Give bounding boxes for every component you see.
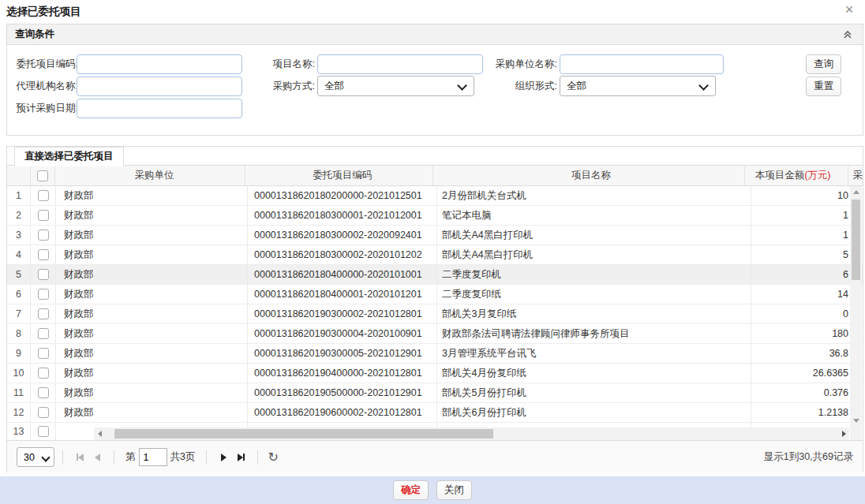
cell-amount: 180 — [751, 324, 856, 343]
table-row[interactable]: 5 财政部 00001318620180400000-2020101001 二季… — [7, 265, 863, 285]
row-number: 7 — [7, 304, 31, 323]
cell-entrust-code: 00001318620180400001-2020101201 — [248, 285, 437, 304]
row-checkbox[interactable] — [38, 348, 49, 359]
row-checkbox[interactable] — [38, 387, 49, 398]
purchase-unit-input[interactable] — [560, 54, 724, 74]
row-checkbox[interactable] — [38, 328, 49, 339]
table-row[interactable]: 3 财政部 00001318620180300002-2020092401 部机… — [7, 226, 863, 245]
table-row[interactable]: 7 财政部 00001318620190300002-2021012801 部机… — [7, 304, 863, 324]
table-row[interactable]: 6 财政部 00001318620180400001-2020101201 二季… — [7, 285, 863, 304]
cell-entrust-code: 00001318620190300005-2021012901 — [248, 344, 437, 363]
row-checkbox-cell — [31, 265, 56, 284]
expected-date-input[interactable] — [77, 99, 242, 118]
cell-entrust-code: 00001318620190500000-2021012901 — [248, 383, 437, 402]
cell-entrust-code: 00001318620180200000-2021012501 — [248, 186, 437, 205]
cell-purchase-unit: 财政部 — [56, 186, 248, 205]
row-checkbox-cell — [31, 423, 56, 440]
row-checkbox[interactable] — [38, 210, 49, 221]
table-row[interactable]: 12 财政部 00001318620190600002-2021012801 部… — [7, 403, 863, 423]
vertical-scroll-thumb[interactable] — [852, 200, 860, 280]
query-form: 委托项目编码: 项目名称: 采购单位名称: 代理机构名称: 采购方式: 全部 — [7, 45, 863, 135]
row-checkbox[interactable] — [38, 269, 49, 280]
row-checkbox[interactable] — [38, 426, 49, 437]
table-row[interactable]: 8 财政部 00001318620190300004-2020100901 财政… — [7, 324, 863, 344]
first-page-button[interactable] — [71, 449, 88, 466]
cell-entrust-code: 00001318620190400000-2021012801 — [248, 364, 437, 383]
entrust-code-input[interactable] — [77, 54, 242, 74]
cell-amount: 1 — [751, 206, 856, 225]
cell-project-name: 部机关A4黑白打印机 — [437, 226, 751, 245]
row-number: 11 — [7, 383, 31, 402]
row-checkbox[interactable] — [38, 230, 49, 241]
row-checkbox[interactable] — [38, 289, 49, 300]
cell-purchase-unit: 财政部 — [56, 364, 248, 383]
cell-purchase-unit: 财政部 — [56, 206, 248, 225]
purchase-method-select[interactable]: 全部 — [317, 76, 474, 96]
row-checkbox[interactable] — [38, 249, 49, 260]
tab-direct-select[interactable]: 直接选择已委托项目 — [14, 147, 124, 166]
row-number: 4 — [7, 245, 31, 264]
purchase-method-label: 采购方式: — [273, 80, 315, 93]
header-purchase-unit[interactable]: 采购单位 — [55, 166, 245, 185]
select-all-checkbox[interactable] — [37, 170, 48, 181]
cell-amount: 5 — [751, 245, 856, 264]
next-page-button[interactable] — [215, 449, 232, 466]
agency-name-input[interactable] — [77, 77, 242, 96]
refresh-icon[interactable]: ↻ — [268, 450, 278, 465]
project-name-input[interactable] — [317, 54, 483, 74]
dialog-title: 选择已委托项目 — [6, 5, 81, 19]
cell-entrust-code: 00001318620180300002-2020092401 — [248, 226, 437, 245]
horizontal-scrollbar[interactable] — [94, 427, 849, 440]
row-checkbox-cell — [31, 304, 56, 323]
reset-button[interactable]: 重置 — [806, 77, 841, 96]
page-size-select-wrap: 30 — [17, 447, 54, 467]
org-form-select[interactable]: 全部 — [560, 76, 716, 96]
scroll-left-icon[interactable] — [94, 427, 105, 440]
total-pages-label: 共3页 — [170, 450, 196, 464]
row-checkbox[interactable] — [38, 407, 49, 418]
purchase-unit-label: 采购单位名称: — [496, 58, 557, 71]
header-row-number — [7, 166, 31, 185]
cell-purchase-unit: 财政部 — [56, 245, 248, 264]
table-row[interactable]: 10 财政部 00001318620190400000-2021012801 部… — [7, 364, 863, 383]
row-checkbox[interactable] — [38, 368, 49, 379]
scroll-right-icon[interactable] — [838, 427, 849, 440]
cell-purchase-unit: 财政部 — [56, 226, 248, 245]
confirm-button[interactable]: 确定 — [393, 480, 429, 500]
header-project-name[interactable]: 项目名称 — [433, 166, 744, 185]
row-checkbox[interactable] — [38, 308, 49, 319]
purchase-method-select-wrap: 全部 — [317, 76, 474, 96]
cell-project-name: 二季度复印机 — [437, 265, 751, 284]
close-button[interactable]: 关闭 — [436, 480, 472, 500]
record-summary: 显示1到30,共69记录 — [764, 450, 853, 464]
table-row[interactable]: 2 财政部 00001318620180300001-2021012001 笔记… — [7, 206, 863, 226]
last-page-button[interactable] — [232, 449, 249, 466]
horizontal-scroll-thumb[interactable] — [114, 429, 493, 439]
cell-entrust-code: 00001318620180300002-2020101202 — [248, 245, 437, 264]
cell-amount: 10 — [751, 186, 856, 205]
cell-entrust-code: 00001318620190300004-2020100901 — [248, 324, 437, 343]
header-amount[interactable]: 本项目金额(万元) — [745, 166, 848, 185]
last-page-icon — [238, 454, 243, 461]
page-size-select[interactable]: 30 — [17, 447, 54, 467]
scroll-up-icon[interactable] — [850, 186, 862, 198]
row-checkbox[interactable] — [38, 190, 49, 201]
cell-amount: 14 — [751, 285, 856, 304]
table-row[interactable]: 9 财政部 00001318620190300005-2021012901 3月… — [7, 344, 863, 364]
search-button[interactable]: 查询 — [806, 54, 841, 74]
prev-page-button[interactable] — [88, 449, 106, 466]
vertical-scrollbar[interactable] — [850, 186, 862, 440]
cell-entrust-code: 00001318620190300002-2021012801 — [248, 304, 437, 323]
scroll-down-icon[interactable] — [850, 415, 862, 427]
table-header-row: 采购单位 委托项目编码 项目名称 本项目金额(万元) 采 — [7, 166, 863, 186]
page-number-input[interactable] — [139, 448, 167, 466]
double-chevron-up-icon — [842, 29, 853, 40]
close-icon[interactable]: × — [841, 2, 857, 17]
cell-purchase-unit: 财政部 — [56, 403, 248, 422]
table-row[interactable]: 4 财政部 00001318620180300002-2020101202 部机… — [7, 245, 863, 265]
org-form-select-wrap: 全部 — [560, 76, 716, 96]
table-row[interactable]: 1 财政部 00001318620180200000-2021012501 2月… — [7, 186, 863, 206]
collapse-panel-button[interactable] — [841, 28, 855, 42]
header-entrust-code[interactable]: 委托项目编码 — [245, 166, 433, 185]
table-row[interactable]: 11 财政部 00001318620190500000-2021012901 部… — [7, 383, 863, 403]
